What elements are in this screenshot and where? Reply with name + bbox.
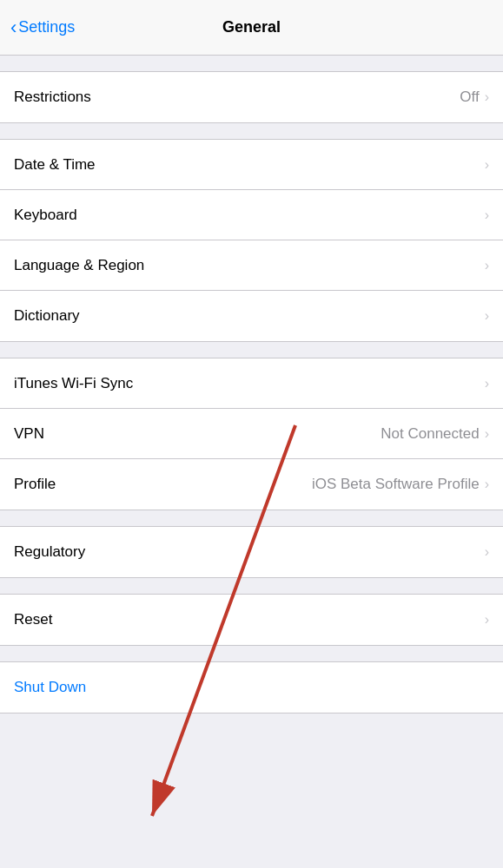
profile-row[interactable]: Profile iOS Beta Software Profile › — [0, 459, 503, 510]
profile-value: iOS Beta Software Profile — [312, 476, 480, 493]
section-datetime: Date & Time › Keyboard › Language & Regi… — [0, 139, 503, 342]
keyboard-right: › — [485, 207, 489, 223]
restrictions-right: Off › — [460, 89, 489, 106]
reset-right: › — [485, 612, 489, 628]
back-chevron-icon: ‹ — [10, 16, 17, 39]
keyboard-chevron-icon: › — [485, 207, 489, 223]
regulatory-row[interactable]: Regulatory › — [0, 527, 503, 577]
header: ‹ Settings General — [0, 0, 503, 56]
restrictions-value: Off — [460, 89, 479, 106]
dictionary-chevron-icon: › — [485, 308, 489, 324]
itunes-wifi-sync-row[interactable]: iTunes Wi-Fi Sync › — [0, 358, 503, 409]
shutdown-label: Shut Down — [14, 679, 86, 696]
section-restrictions: Restrictions Off › — [0, 71, 503, 123]
reset-row[interactable]: Reset › — [0, 595, 503, 645]
keyboard-row[interactable]: Keyboard › — [0, 190, 503, 240]
dictionary-right: › — [485, 308, 489, 324]
page-title: General — [222, 18, 281, 36]
shutdown-row[interactable]: Shut Down — [0, 662, 503, 713]
profile-chevron-icon: › — [485, 477, 489, 492]
profile-label: Profile — [14, 476, 56, 493]
vpn-row[interactable]: VPN Not Connected › — [0, 409, 503, 459]
date-time-right: › — [485, 157, 489, 173]
restrictions-row[interactable]: Restrictions Off › — [0, 72, 503, 122]
date-time-label: Date & Time — [14, 156, 96, 174]
keyboard-label: Keyboard — [14, 207, 77, 224]
language-region-right: › — [485, 258, 489, 273]
language-region-row[interactable]: Language & Region › — [0, 240, 503, 291]
regulatory-right: › — [485, 544, 489, 560]
section-shutdown: Shut Down — [0, 661, 503, 713]
divider-top — [0, 56, 503, 71]
language-region-label: Language & Region — [14, 257, 144, 274]
section-reset: Reset › — [0, 594, 503, 646]
itunes-wifi-sync-chevron-icon: › — [485, 376, 489, 391]
regulatory-label: Regulatory — [14, 543, 85, 561]
restrictions-chevron-icon: › — [485, 89, 489, 105]
itunes-wifi-sync-right: › — [485, 376, 489, 391]
back-button[interactable]: ‹ Settings — [10, 16, 75, 39]
restrictions-label: Restrictions — [14, 89, 91, 106]
dictionary-label: Dictionary — [14, 307, 80, 325]
back-label: Settings — [18, 18, 75, 36]
regulatory-chevron-icon: › — [485, 544, 489, 560]
language-region-chevron-icon: › — [485, 258, 489, 273]
vpn-label: VPN — [14, 425, 44, 443]
section-regulatory: Regulatory › — [0, 526, 503, 578]
reset-chevron-icon: › — [485, 612, 489, 628]
itunes-wifi-sync-label: iTunes Wi-Fi Sync — [14, 375, 133, 392]
page-container: ‹ Settings General Restrictions Off › Da… — [0, 0, 503, 713]
dictionary-row[interactable]: Dictionary › — [0, 291, 503, 341]
date-time-row[interactable]: Date & Time › — [0, 140, 503, 190]
section-itunes: iTunes Wi-Fi Sync › VPN Not Connected › … — [0, 358, 503, 510]
vpn-value: Not Connected — [381, 425, 479, 443]
vpn-right: Not Connected › — [381, 425, 489, 443]
vpn-chevron-icon: › — [485, 426, 489, 442]
profile-right: iOS Beta Software Profile › — [312, 476, 489, 493]
reset-label: Reset — [14, 611, 52, 628]
date-time-chevron-icon: › — [485, 157, 489, 173]
